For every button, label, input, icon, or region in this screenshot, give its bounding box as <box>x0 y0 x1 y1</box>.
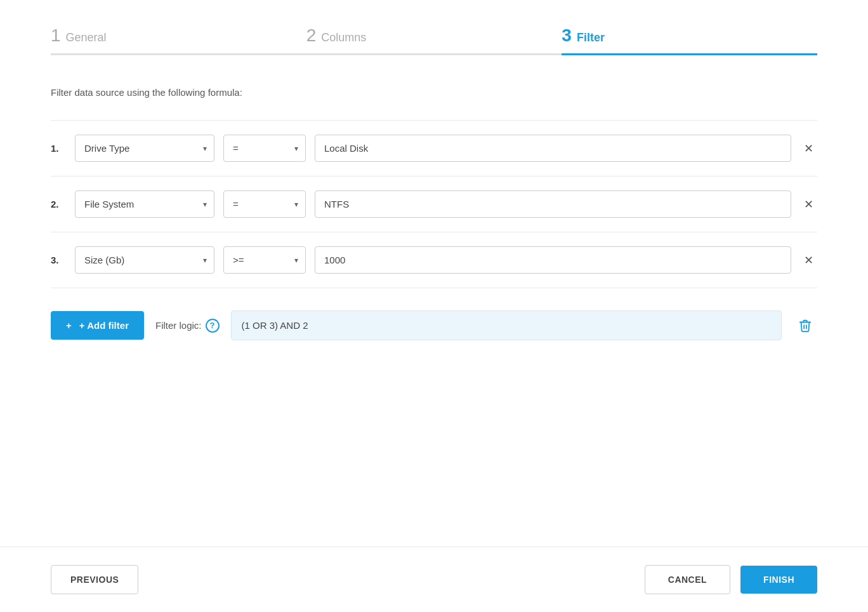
row-1-field-select[interactable]: Drive Type File System Size (Gb) <box>75 135 214 162</box>
finish-button[interactable]: FINISH <box>740 566 817 594</box>
step-3-number: 3 <box>562 25 572 46</box>
row-2-value-field[interactable] <box>315 190 791 218</box>
row-3-field-select-wrap[interactable]: Drive Type File System Size (Gb) ▾ <box>75 246 214 274</box>
filter-controls: + + Add filter Filter logic: ? <box>51 310 817 340</box>
filter-logic-input-wrap[interactable] <box>231 310 782 340</box>
step-3-name: Filter <box>577 31 605 44</box>
step-1-name: General <box>66 31 107 44</box>
row-3-value-field[interactable] <box>315 246 791 274</box>
row-2-remove-button[interactable]: ✕ <box>800 195 817 214</box>
formula-label: Filter data source using the following f… <box>51 87 817 98</box>
row-3-number: 3. <box>51 255 66 265</box>
cancel-button[interactable]: CANCEL <box>645 565 730 594</box>
row-1-value-field[interactable] <box>315 135 791 162</box>
add-filter-label: + Add filter <box>79 320 129 331</box>
main-content: Filter data source using the following f… <box>0 55 868 547</box>
row-3-field-select[interactable]: Drive Type File System Size (Gb) <box>75 246 214 274</box>
row-3-operator-select-wrap[interactable]: = != >= <= > < ▾ <box>223 246 306 274</box>
row-3-remove-button[interactable]: ✕ <box>800 251 817 270</box>
filter-logic-label: Filter logic: ? <box>155 319 220 333</box>
step-1: 1 General <box>51 25 306 55</box>
step-2: 2 Columns <box>306 25 562 55</box>
add-filter-button[interactable]: + + Add filter <box>51 311 144 340</box>
row-2-field-select[interactable]: Drive Type File System Size (Gb) <box>75 190 214 218</box>
filter-rows-container: 1. Drive Type File System Size (Gb) ▾ = … <box>51 120 817 288</box>
row-1-number: 1. <box>51 143 66 154</box>
plus-icon: + <box>66 320 72 331</box>
filter-row-1: 1. Drive Type File System Size (Gb) ▾ = … <box>51 121 817 176</box>
clear-logic-button[interactable] <box>793 316 817 335</box>
row-3-value-input[interactable] <box>315 246 791 274</box>
step-1-number: 1 <box>51 25 61 46</box>
help-icon[interactable]: ? <box>206 319 220 333</box>
row-2-field-select-wrap[interactable]: Drive Type File System Size (Gb) ▾ <box>75 190 214 218</box>
step-3: 3 Filter <box>562 25 817 55</box>
row-3-operator-select[interactable]: = != >= <= > < <box>223 246 306 274</box>
filter-row-2: 2. Drive Type File System Size (Gb) ▾ = … <box>51 176 817 232</box>
row-2-number: 2. <box>51 199 66 210</box>
row-1-value-input[interactable] <box>315 135 791 162</box>
filter-row-3: 3. Drive Type File System Size (Gb) ▾ = … <box>51 232 817 288</box>
footer: PREVIOUS CANCEL FINISH <box>0 547 868 612</box>
step-2-name: Columns <box>321 31 366 44</box>
row-1-field-select-wrap[interactable]: Drive Type File System Size (Gb) ▾ <box>75 135 214 162</box>
previous-button[interactable]: PREVIOUS <box>51 565 138 594</box>
row-2-operator-select[interactable]: = != >= <= > < <box>223 190 306 218</box>
step-2-number: 2 <box>306 25 317 46</box>
trash-icon <box>798 319 812 333</box>
row-2-operator-select-wrap[interactable]: = != >= <= > < ▾ <box>223 190 306 218</box>
row-1-remove-button[interactable]: ✕ <box>800 139 817 158</box>
stepper: 1 General 2 Columns 3 Filter <box>0 0 868 55</box>
footer-right: CANCEL FINISH <box>645 565 817 594</box>
row-1-operator-select-wrap[interactable]: = != >= <= > < ▾ <box>223 135 306 162</box>
row-2-value-input[interactable] <box>315 190 791 218</box>
row-1-operator-select[interactable]: = != >= <= > < <box>223 135 306 162</box>
filter-logic-input[interactable] <box>231 310 782 340</box>
filter-logic-text: Filter logic: <box>155 320 202 331</box>
